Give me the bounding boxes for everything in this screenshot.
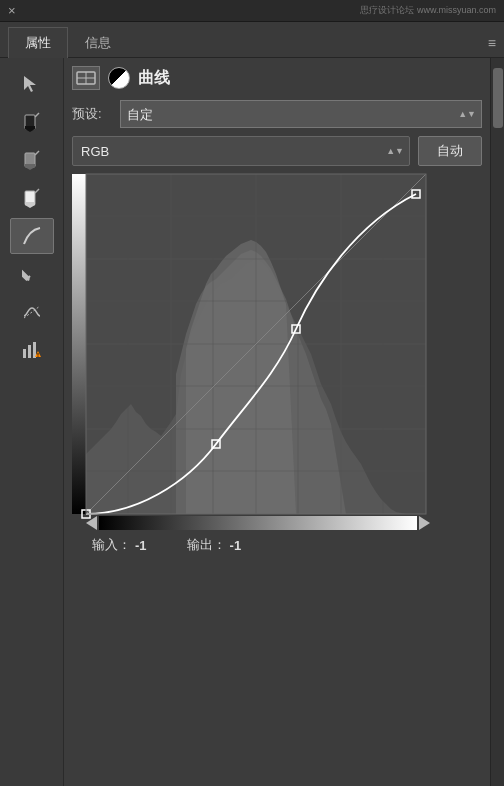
svg-marker-5 [25,164,35,170]
curve-container [72,174,482,530]
histogram-warning-icon: ! [21,339,43,361]
layer-circle-icon [108,67,130,89]
tab-bar: 属性 信息 ≡ [0,22,504,58]
adjustment-layer-icon [72,66,100,90]
svg-line-6 [35,151,39,155]
pencil-tool[interactable] [10,256,54,292]
curve-tool-icon [21,225,43,247]
svg-marker-8 [25,202,35,208]
preset-select-wrap: 自定 默认 强对比度 弱对比度 ▲▼ [120,100,482,128]
eyedropper-black-icon [22,112,42,132]
svg-line-9 [35,189,39,193]
svg-rect-14 [23,349,26,358]
watermark-text: 思疗设计论坛 www.missyuan.com [360,4,496,17]
auto-button[interactable]: 自动 [418,136,482,166]
panel-header: 曲线 [72,66,482,90]
left-gradient-bar [72,174,86,514]
close-button[interactable]: × [8,3,16,18]
histogram-warning-tool[interactable]: ! [10,332,54,368]
pencil-icon [22,264,42,284]
preset-label: 预设: [72,105,112,123]
preset-row: 预设: 自定 默认 强对比度 弱对比度 ▲▼ [72,100,482,128]
pointer-tool[interactable] [10,66,54,102]
output-label: 输出： [187,536,226,554]
smooth-tool[interactable] [10,294,54,330]
main-content-area: 曲线 预设: 自定 默认 强对比度 弱对比度 ▲▼ RGB 红 绿 [64,58,490,786]
bottom-gradient-row [86,516,430,530]
gradient-right-arrow-icon [419,516,430,530]
tab-info[interactable]: 信息 [68,27,128,58]
svg-text:!: ! [37,352,39,358]
svg-rect-16 [33,342,36,358]
io-row: 输入： -1 输出： -1 [72,530,482,558]
pointer-icon [22,74,42,94]
svg-line-3 [35,113,39,117]
tools-toolbar: ! [0,58,64,786]
scrollbar[interactable] [490,58,504,786]
svg-marker-2 [25,126,35,132]
curve-tool[interactable] [10,218,54,254]
channel-select[interactable]: RGB 红 绿 蓝 [72,136,410,166]
svg-rect-15 [28,345,31,358]
panel-menu-button[interactable]: ≡ [488,35,496,51]
eyedropper-gray-icon [22,150,42,170]
preset-select[interactable]: 自定 默认 强对比度 弱对比度 [120,100,482,128]
input-label: 输入： [92,536,131,554]
midtone-eyedropper-tool[interactable] [10,142,54,178]
black-point-eyedropper-tool[interactable] [10,104,54,140]
curve-and-bottom [86,174,430,530]
svg-marker-0 [24,76,36,92]
curve-canvas[interactable] [86,174,426,514]
channel-row: RGB 红 绿 蓝 ▲▼ 自动 [72,136,482,166]
title-bar: × 思疗设计论坛 www.missyuan.com [0,0,504,22]
menu-lines-icon: ≡ [488,35,496,51]
input-value: -1 [135,538,147,553]
panel-title: 曲线 [138,68,170,89]
scroll-thumb[interactable] [493,68,503,128]
output-value: -1 [230,538,242,553]
curve-svg[interactable] [86,174,426,514]
channel-select-wrap: RGB 红 绿 蓝 ▲▼ [72,136,410,166]
bottom-gradient-bar [99,516,417,530]
tab-properties[interactable]: 属性 [8,27,68,58]
eyedropper-white-icon [22,188,42,208]
smooth-icon [22,302,42,322]
white-point-eyedropper-tool[interactable] [10,180,54,216]
